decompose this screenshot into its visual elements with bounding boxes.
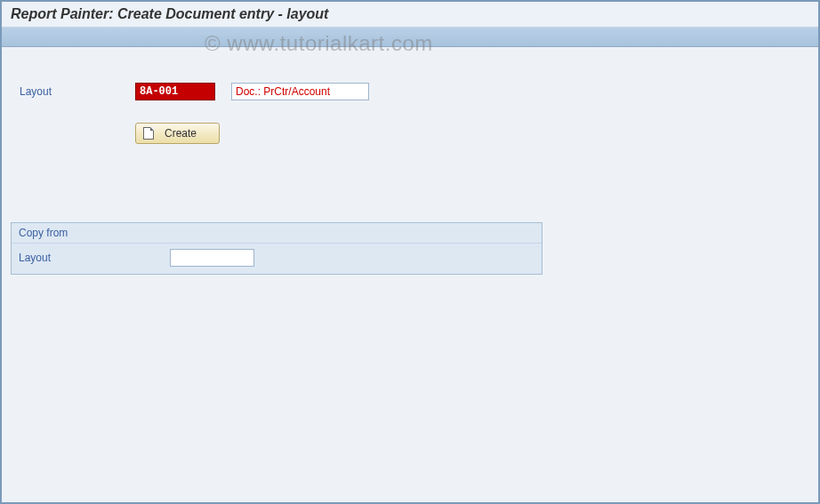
layout-description-input[interactable] [231, 83, 369, 100]
title-bar: Report Painter: Create Document entry - … [2, 2, 818, 28]
layout-label: Layout [20, 85, 135, 98]
copy-from-panel: Copy from Layout [11, 222, 543, 275]
layout-row: Layout [2, 83, 818, 100]
toolbar-strip [2, 28, 818, 47]
layout-code-input[interactable] [135, 83, 215, 100]
create-row: Create [2, 123, 818, 144]
copy-from-body: Layout [12, 244, 542, 274]
document-icon [143, 127, 154, 140]
page-title: Report Painter: Create Document entry - … [11, 6, 328, 21]
create-button-label: Create [165, 127, 197, 140]
copy-layout-label: Layout [19, 252, 170, 264]
copy-layout-input[interactable] [170, 249, 254, 267]
create-button[interactable]: Create [135, 123, 220, 144]
copy-from-heading: Copy from [12, 223, 542, 244]
app-window: Report Painter: Create Document entry - … [0, 0, 820, 504]
content-area: Layout Create Copy from Layout [2, 47, 818, 275]
